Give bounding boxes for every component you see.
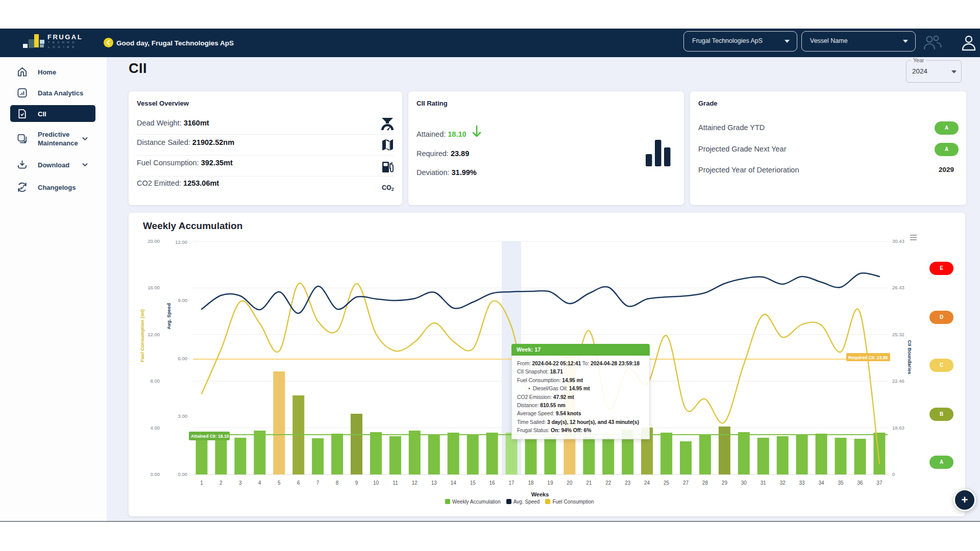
svg-text:4.00: 4.00 — [151, 425, 160, 431]
svg-text:35: 35 — [838, 480, 844, 486]
svg-text:30: 30 — [741, 480, 747, 486]
svg-text:Fuel Consumption (mt): Fuel Consumption (mt) — [139, 309, 145, 362]
svg-text:12: 12 — [412, 480, 418, 486]
svg-text:1: 1 — [200, 480, 203, 486]
svg-text:11: 11 — [393, 480, 398, 486]
svg-text:32: 32 — [780, 480, 786, 486]
svg-text:20: 20 — [567, 480, 573, 486]
svg-text:23: 23 — [625, 480, 631, 486]
svg-text:19: 19 — [547, 480, 553, 486]
svg-text:13: 13 — [431, 480, 437, 486]
svg-text:7: 7 — [316, 480, 320, 486]
svg-text:22: 22 — [605, 480, 611, 486]
svg-text:0.00: 0.00 — [151, 471, 160, 477]
svg-text:8: 8 — [336, 480, 339, 486]
svg-text:25: 25 — [664, 480, 670, 486]
svg-text:12.00: 12.00 — [175, 239, 187, 245]
svg-text:36: 36 — [857, 480, 863, 486]
svg-text:28: 28 — [702, 480, 708, 486]
svg-text:33: 33 — [799, 480, 805, 486]
svg-text:37: 37 — [876, 480, 883, 486]
svg-text:2: 2 — [219, 480, 223, 486]
svg-text:0.00: 0.00 — [178, 471, 188, 477]
svg-text:16.00: 16.00 — [148, 285, 160, 290]
svg-text:22.46: 22.46 — [892, 378, 904, 384]
svg-text:4: 4 — [258, 480, 261, 486]
svg-text:24: 24 — [644, 480, 650, 486]
svg-text:0: 0 — [892, 471, 895, 477]
svg-text:Required CII: 23.89: Required CII: 23.89 — [848, 355, 888, 360]
svg-text:21: 21 — [586, 480, 592, 486]
svg-text:9.00: 9.00 — [178, 297, 188, 303]
svg-text:18.63: 18.63 — [892, 425, 904, 431]
svg-text:12.00: 12.00 — [148, 332, 160, 337]
svg-text:30.43: 30.43 — [892, 238, 904, 244]
svg-text:15: 15 — [470, 480, 476, 486]
svg-text:3: 3 — [239, 480, 242, 486]
svg-text:29: 29 — [722, 480, 728, 486]
svg-text:14: 14 — [451, 480, 457, 486]
svg-text:20.00: 20.00 — [148, 238, 160, 244]
svg-text:Attained CII: 18.10: Attained CII: 18.10 — [191, 434, 229, 439]
svg-text:9: 9 — [355, 480, 358, 486]
svg-text:25.32: 25.32 — [892, 332, 904, 337]
svg-text:CII Boundaries: CII Boundaries — [907, 340, 913, 374]
svg-text:34: 34 — [819, 480, 825, 486]
svg-text:Avg. Speed: Avg. Speed — [166, 303, 172, 330]
svg-text:3.00: 3.00 — [178, 413, 188, 419]
svg-text:16: 16 — [489, 480, 496, 486]
svg-text:6: 6 — [297, 480, 300, 486]
svg-text:17: 17 — [508, 480, 514, 486]
svg-text:Weeks: Weeks — [531, 491, 549, 497]
svg-text:6.00: 6.00 — [178, 356, 188, 361]
svg-text:8.00: 8.00 — [151, 378, 160, 384]
svg-text:27: 27 — [683, 480, 689, 486]
svg-text:5: 5 — [278, 480, 281, 486]
svg-text:26.43: 26.43 — [892, 285, 904, 290]
svg-text:31: 31 — [761, 480, 767, 486]
svg-text:10: 10 — [373, 480, 379, 486]
svg-text:18: 18 — [528, 480, 534, 486]
